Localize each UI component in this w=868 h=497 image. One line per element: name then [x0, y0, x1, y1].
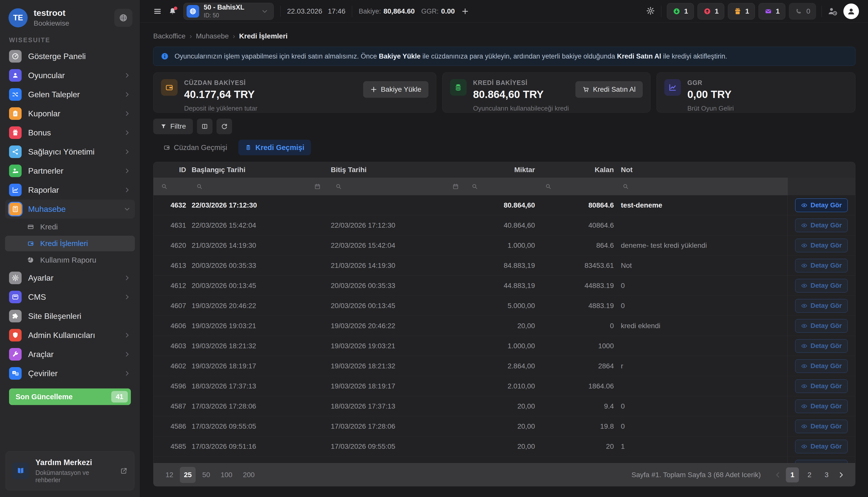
- sidebar-item-gelen-talepler[interactable]: Gelen Talepler: [5, 85, 135, 104]
- deposit-counter[interactable]: 1: [667, 3, 694, 19]
- detay-gor-button[interactable]: Detay Gör: [795, 239, 848, 252]
- coins-icon: [245, 144, 252, 151]
- breadcrumb-backoffice[interactable]: Backoffice: [153, 32, 186, 40]
- column-header-id[interactable]: ID: [154, 166, 189, 174]
- sidebar-item-muhasebe[interactable]: Muhasebe: [5, 199, 135, 218]
- notifications-button[interactable]: [168, 7, 177, 16]
- detay-gor-button[interactable]: Detay Gör: [795, 259, 848, 272]
- call-counter[interactable]: 0: [789, 3, 816, 19]
- detay-gor-button[interactable]: Detay Gör: [795, 359, 848, 373]
- column-header-start[interactable]: Başlangıç Tarihi: [189, 166, 329, 174]
- detay-gor-button[interactable]: Detay Gör: [795, 339, 848, 353]
- column-header-amount[interactable]: Miktar: [467, 166, 541, 174]
- search-note-input[interactable]: [617, 178, 787, 195]
- sidebar-item-cms[interactable]: CMS: [5, 287, 135, 307]
- page-3[interactable]: 3: [820, 467, 833, 482]
- page-size-12[interactable]: 12: [161, 467, 177, 483]
- tab-kredi-gecmisi[interactable]: Kredi Geçmişi: [238, 140, 311, 155]
- sidebar-item-araclar[interactable]: Araçlar: [5, 345, 135, 364]
- user-clock-icon[interactable]: [827, 6, 838, 17]
- last-update-button[interactable]: Son Güncelleme 41: [9, 388, 131, 405]
- page-size-200[interactable]: 200: [239, 467, 259, 483]
- detay-gor-button[interactable]: Detay Gör: [795, 399, 848, 413]
- sidebar-item-partnerler[interactable]: Partnerler: [5, 161, 135, 181]
- next-page-button[interactable]: [835, 468, 847, 482]
- detay-gor-label: Detay Gör: [810, 422, 842, 430]
- chev-r-icon: [124, 294, 130, 300]
- sidebar-item-admin-kullanicilari[interactable]: Admin Kullanıcıları: [5, 326, 135, 345]
- column-header-note[interactable]: Not: [617, 166, 787, 174]
- page-size-100[interactable]: 100: [217, 467, 236, 483]
- profile-avatar[interactable]: [843, 3, 859, 19]
- breadcrumb-muhasebe[interactable]: Muhasebe: [196, 32, 229, 40]
- page-size-50[interactable]: 50: [198, 467, 214, 483]
- detay-gor-button[interactable]: Detay Gör: [795, 218, 848, 232]
- columns-button[interactable]: [197, 118, 213, 134]
- search-amount-input[interactable]: [467, 178, 541, 195]
- sidebar-item-saglayici-yonetimi[interactable]: Sağlayıcı Yönetimi: [5, 142, 135, 161]
- calculator-icon: [9, 203, 21, 215]
- sidebar-item-bonus[interactable]: Bonus: [5, 123, 135, 142]
- gear-icon: [12, 274, 19, 282]
- sidebar-item-raporlar[interactable]: Raporlar: [5, 181, 135, 199]
- site-selector[interactable]: 50 - BahisXL ID: 50: [183, 3, 274, 20]
- help-center-card[interactable]: Yardım Merkezi Dokümantasyon ve rehberle…: [5, 451, 134, 491]
- sidebar-subitem-kredi-islemleri[interactable]: Kredi İşlemleri: [5, 236, 135, 251]
- page-size-25[interactable]: 25: [180, 467, 196, 483]
- search-remaining-input[interactable]: [541, 178, 617, 195]
- cell-note: deneme- test kredi yüklendi: [617, 241, 787, 250]
- filter-button[interactable]: Filtre: [153, 118, 193, 134]
- pagination-bar: 122550100200 Sayfa #1. Toplam Sayfa 3 (6…: [154, 463, 855, 486]
- sidebar-item-gosterge-paneli[interactable]: Gösterge Paneli: [5, 47, 135, 66]
- detay-gor-button[interactable]: Detay Gör: [795, 460, 848, 463]
- column-header-remaining[interactable]: Kalan: [541, 166, 617, 174]
- calendar-icon[interactable]: [452, 183, 459, 190]
- prev-page-button[interactable]: [772, 468, 784, 482]
- sidebar-item-ceviriler[interactable]: Çeviriler: [5, 364, 135, 383]
- page-2[interactable]: 2: [803, 467, 816, 482]
- breadcrumb-separator: ›: [190, 32, 192, 40]
- message-counter[interactable]: 1: [758, 3, 786, 19]
- search-end-input[interactable]: [329, 178, 467, 195]
- sidebar-item-ayarlar[interactable]: Ayarlar: [5, 268, 135, 287]
- load-balance-button[interactable]: Bakiye Yükle: [363, 81, 428, 98]
- language-button[interactable]: [114, 9, 132, 27]
- detay-gor-button[interactable]: Detay Gör: [795, 440, 848, 453]
- refresh-button[interactable]: [217, 118, 232, 134]
- shield-icon: [12, 331, 19, 339]
- chart-icon: [664, 79, 681, 96]
- sidebar-item-label: Ayarlar: [28, 273, 54, 283]
- cell-start-date: 17/03/2026 09:51:16: [189, 442, 329, 451]
- eye-icon: [801, 242, 808, 249]
- detay-gor-button[interactable]: Detay Gör: [795, 380, 848, 393]
- calendar-icon[interactable]: [314, 183, 321, 190]
- tab-cuzdan-gecmisi[interactable]: Cüzdan Geçmişi: [157, 140, 234, 155]
- menu-toggle-button[interactable]: [153, 7, 162, 16]
- withdraw-counter[interactable]: 1: [697, 3, 725, 19]
- search-id-input[interactable]: [154, 178, 189, 195]
- sidebar-item-site-bilesenleri[interactable]: Site Bileşenleri: [5, 307, 135, 326]
- detay-gor-button[interactable]: Detay Gör: [795, 420, 848, 433]
- buy-credit-button[interactable]: Kredi Satın Al: [575, 81, 643, 98]
- sidebar-item-oyuncular[interactable]: Oyuncular: [5, 66, 135, 85]
- search-start-input[interactable]: [189, 178, 329, 195]
- sidebar-subitem-kullanim-raporu[interactable]: Kullanım Raporu: [5, 252, 135, 268]
- column-header-end[interactable]: Bitiş Tarihi: [329, 166, 467, 174]
- row-actions: Detay Gör: [787, 356, 855, 376]
- row-actions: Detay Gör: [787, 416, 855, 436]
- avatar[interactable]: TE: [9, 8, 28, 27]
- sidebar-subitem-kredi[interactable]: Kredi: [5, 219, 135, 235]
- page-1[interactable]: 1: [786, 467, 799, 482]
- row-actions: Detay Gör: [787, 316, 855, 336]
- settings-button[interactable]: [646, 6, 655, 16]
- bonus-counter[interactable]: 1: [728, 3, 755, 19]
- detay-gor-button[interactable]: Detay Gör: [795, 319, 848, 333]
- sidebar: TE testroot Bookiewise WISESUITE Gösterg…: [0, 0, 140, 497]
- sidebar-item-label: Gelen Talepler: [28, 90, 80, 99]
- plus-icon[interactable]: [461, 8, 469, 15]
- info-banner: Oyuncularınızın işlem yapabilmesi için k…: [153, 47, 855, 66]
- detay-gor-button[interactable]: Detay Gör: [795, 279, 848, 293]
- detay-gor-button[interactable]: Detay Gör: [795, 199, 848, 212]
- detay-gor-button[interactable]: Detay Gör: [795, 299, 848, 313]
- sidebar-item-kuponlar[interactable]: Kuponlar: [5, 104, 135, 123]
